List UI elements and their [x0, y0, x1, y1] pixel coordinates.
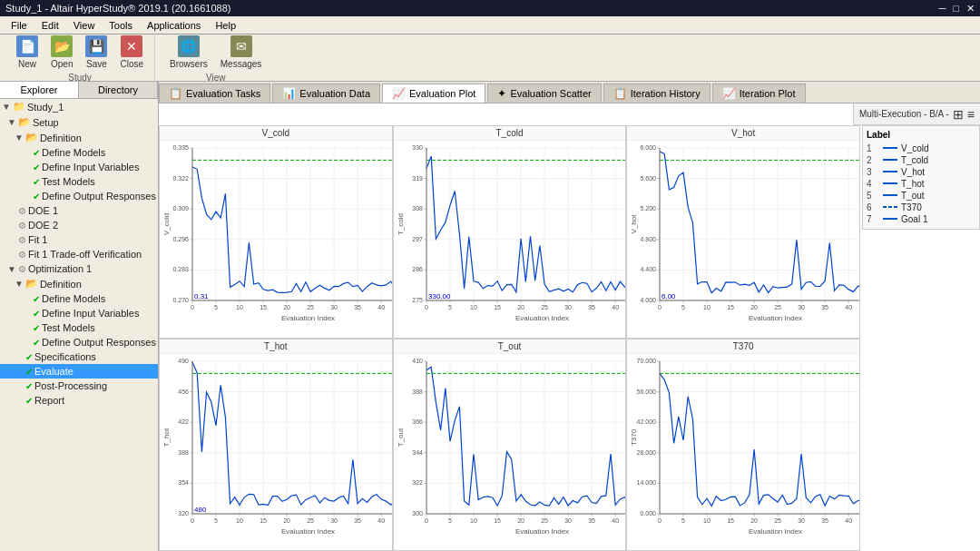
svg-text:25: 25 [541, 304, 548, 310]
legend-num: 6 [867, 202, 879, 212]
new-button[interactable]: 📄 New [11, 34, 44, 71]
svg-text:T_cold: T_cold [397, 213, 405, 235]
tree-item-definition[interactable]: ▼📂 Definition [0, 130, 158, 145]
main-layout: Explorer Directory ▼📁 Study_1▼📂 Setup▼📂 … [0, 82, 980, 551]
tree-label: Define Output Responses [42, 191, 156, 202]
legend-item-v_hot: 3V_hot [867, 166, 975, 178]
svg-text:5: 5 [681, 517, 685, 524]
svg-text:20: 20 [283, 517, 290, 524]
tree-label: Test Models [42, 176, 95, 187]
menu-item-applications[interactable]: Applications [140, 18, 208, 33]
tab-directory[interactable]: Directory [79, 82, 158, 98]
save-button[interactable]: 💾 Save [80, 34, 113, 71]
tree-item-opt1-def[interactable]: ▼📂 Definition [0, 276, 158, 291]
green-dot-icon: ✔ [33, 323, 40, 333]
tab-evaluation-data[interactable]: 📊Evaluation Data [272, 84, 380, 103]
svg-text:422: 422 [178, 418, 189, 425]
tab-iteration-plot[interactable]: 📈Iteration Plot [712, 84, 806, 103]
chart-cell-chart-t-cold: T_cold 0 5 10 15 20 25 30 35 40 45 27528… [393, 125, 627, 339]
close-title-btn[interactable]: ✕ [966, 3, 975, 15]
tree-item-study1[interactable]: ▼📁 Study_1 [0, 99, 158, 114]
tree-item-fit1[interactable]: ⚙ Fit 1 [0, 232, 158, 247]
minimize-btn[interactable]: ─ [939, 3, 946, 14]
svg-text:0: 0 [658, 517, 662, 524]
folder-icon: 📂 [18, 116, 31, 128]
svg-text:0.283: 0.283 [172, 266, 189, 272]
menu-item-help[interactable]: Help [208, 18, 243, 33]
chart-title-chart-v-hot: V_hot [627, 126, 859, 141]
tree-item-opt1-models[interactable]: ✔ Define Models [0, 291, 158, 306]
tree-item-opt1-specs[interactable]: ✔ Specifications [0, 349, 158, 364]
toolbar-study-group: 📄 New 📂 Open 💾 Save ✕ Close Study [5, 32, 155, 84]
tree-label: Specifications [34, 351, 96, 362]
svg-text:456: 456 [178, 388, 189, 394]
legend-label-text: V_cold [901, 143, 929, 153]
svg-text:0.296: 0.296 [172, 236, 189, 242]
tree-item-define-inputs[interactable]: ✔ Define Input Variables [0, 160, 158, 174]
close-toolbar-button[interactable]: ✕ Close [114, 34, 149, 71]
gear-icon: ⚙ [18, 250, 26, 260]
tab-evaluation-plot[interactable]: 📈Evaluation Plot [382, 84, 485, 103]
svg-text:0.000: 0.000 [641, 510, 657, 517]
grid-view-icon[interactable]: ⊞ [953, 107, 964, 122]
legend-label-text: T_out [901, 191, 925, 201]
chart-cell-chart-t-out: T_out 0 5 10 15 20 25 30 35 40 45 300322… [393, 339, 627, 552]
svg-text:0.270: 0.270 [172, 297, 189, 303]
tree-label: Fit 1 Trade-off Verification [28, 249, 142, 260]
svg-text:T370: T370 [630, 428, 638, 446]
tree-item-opt1-evaluate[interactable]: ✔ Evaluate [0, 364, 158, 379]
messages-button[interactable]: ✉ Messages [215, 34, 268, 71]
tree-item-doe2[interactable]: ⚙ DOE 2 [0, 218, 158, 232]
tree-item-test-models[interactable]: ✔ Test Models [0, 174, 158, 189]
tree-item-opt1[interactable]: ▼⚙ Optimization 1 [0, 261, 158, 276]
open-button[interactable]: 📂 Open [45, 34, 78, 71]
tree-item-fit1-tradeoff[interactable]: ⚙ Fit 1 Trade-off Verification [0, 247, 158, 261]
maximize-btn[interactable]: □ [953, 3, 959, 14]
svg-text:Evaluation Index: Evaluation Index [515, 527, 569, 536]
svg-text:490: 490 [178, 358, 189, 364]
list-view-icon[interactable]: ≡ [967, 107, 975, 122]
svg-text:15: 15 [260, 304, 267, 310]
svg-text:Evaluation Index: Evaluation Index [749, 314, 802, 322]
browsers-button[interactable]: 🌐 Browsers [164, 34, 213, 71]
tree-item-opt1-report[interactable]: ✔ Report [0, 393, 158, 408]
menu-item-file[interactable]: File [4, 18, 34, 33]
svg-text:297: 297 [412, 236, 423, 242]
svg-text:30: 30 [564, 304, 572, 310]
tree-item-opt1-outputs[interactable]: ✔ Define Output Responses [0, 335, 158, 349]
tree-item-opt1-post[interactable]: ✔ Post-Processing [0, 379, 158, 393]
multi-exec-label: Multi-Execution - B/A - [859, 109, 949, 119]
multi-exec-bar: Multi-Execution - B/A - ⊞ ≡ [853, 103, 980, 125]
tree-label: Definition [40, 133, 82, 143]
tab-iteration-history[interactable]: 📋Iteration History [603, 84, 710, 103]
green-dot-icon: ✔ [33, 148, 40, 158]
svg-text:35: 35 [354, 304, 361, 310]
tree-item-opt1-inputs[interactable]: ✔ Define Input Variables [0, 306, 158, 320]
svg-text:320: 320 [178, 510, 189, 517]
menu-item-tools[interactable]: Tools [102, 18, 140, 33]
svg-text:480: 480 [194, 506, 207, 514]
svg-text:330.00: 330.00 [428, 292, 451, 300]
svg-text:5.600: 5.600 [641, 175, 657, 182]
chart-cell-chart-v-cold: V_cold 0 5 10 15 20 25 30 35 40 45 0.270… [159, 125, 393, 339]
tab-evaluation-scatter[interactable]: ✦Evaluation Scatter [487, 84, 601, 103]
legend-label-text: Goal 1 [901, 214, 927, 224]
tree-item-opt1-test[interactable]: ✔ Test Models [0, 320, 158, 335]
tree-item-setup[interactable]: ▼📂 Setup [0, 114, 158, 130]
menu-item-view[interactable]: View [66, 18, 103, 33]
tree-item-define-models[interactable]: ✔ Define Models [0, 145, 158, 160]
menu-item-edit[interactable]: Edit [34, 18, 66, 33]
tree-item-define-outputs[interactable]: ✔ Define Output Responses [0, 189, 158, 203]
tree-label: DOE 2 [28, 220, 58, 231]
tree-container: ▼📁 Study_1▼📂 Setup▼📂 Definition✔ Define … [0, 99, 158, 408]
legend-num: 7 [867, 214, 879, 224]
svg-text:35: 35 [354, 517, 361, 524]
svg-text:10: 10 [470, 517, 477, 524]
svg-text:5: 5 [448, 304, 452, 310]
tree-label: Definition [40, 279, 82, 290]
tab-explorer[interactable]: Explorer [0, 82, 79, 98]
tree-item-doe1[interactable]: ⚙ DOE 1 [0, 203, 158, 218]
chart-svg-wrap-chart-t-cold: 0 5 10 15 20 25 30 35 40 45 275286297308… [394, 141, 626, 338]
tab-evaluation-tasks[interactable]: 📋Evaluation Tasks [159, 84, 270, 103]
chart-cell-chart-v-hot: V_hot 0 5 10 15 20 25 30 35 40 45 4.0004… [626, 125, 860, 339]
